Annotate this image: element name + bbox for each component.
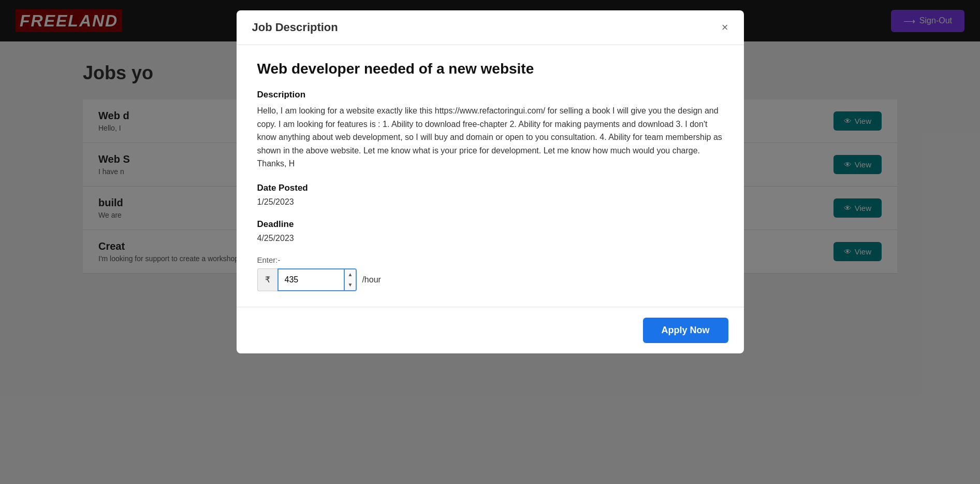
description-label: Description <box>257 90 723 100</box>
modal-overlay: Job Description × Web developer needed o… <box>0 0 980 484</box>
modal: Job Description × Web developer needed o… <box>237 10 744 353</box>
apply-now-button[interactable]: Apply Now <box>643 318 728 343</box>
deadline-label: Deadline <box>257 219 723 230</box>
job-main-title: Web developer needed of a new website <box>257 61 723 77</box>
modal-header: Job Description × <box>237 10 744 45</box>
spinner-down-button[interactable]: ▼ <box>345 280 356 290</box>
close-button[interactable]: × <box>722 22 728 33</box>
modal-title: Job Description <box>252 21 338 34</box>
date-posted-value: 1/25/2023 <box>257 197 723 207</box>
deadline-value: 4/25/2023 <box>257 234 723 243</box>
description-text: Hello, I am looking for a website exactl… <box>257 104 723 170</box>
rate-spinner: ▲ ▼ <box>345 268 357 291</box>
currency-symbol: ₹ <box>257 268 277 291</box>
spinner-up-button[interactable]: ▲ <box>345 269 356 280</box>
modal-footer: Apply Now <box>237 307 744 353</box>
rate-input[interactable] <box>277 268 345 291</box>
rate-label: Enter:- <box>257 255 723 264</box>
date-posted-label: Date Posted <box>257 183 723 193</box>
rate-unit: /hour <box>362 275 381 284</box>
modal-body: Web developer needed of a new website De… <box>237 45 744 307</box>
rate-input-group: ₹ ▲ ▼ /hour <box>257 268 723 291</box>
rate-section: Enter:- ₹ ▲ ▼ /hour <box>257 255 723 291</box>
